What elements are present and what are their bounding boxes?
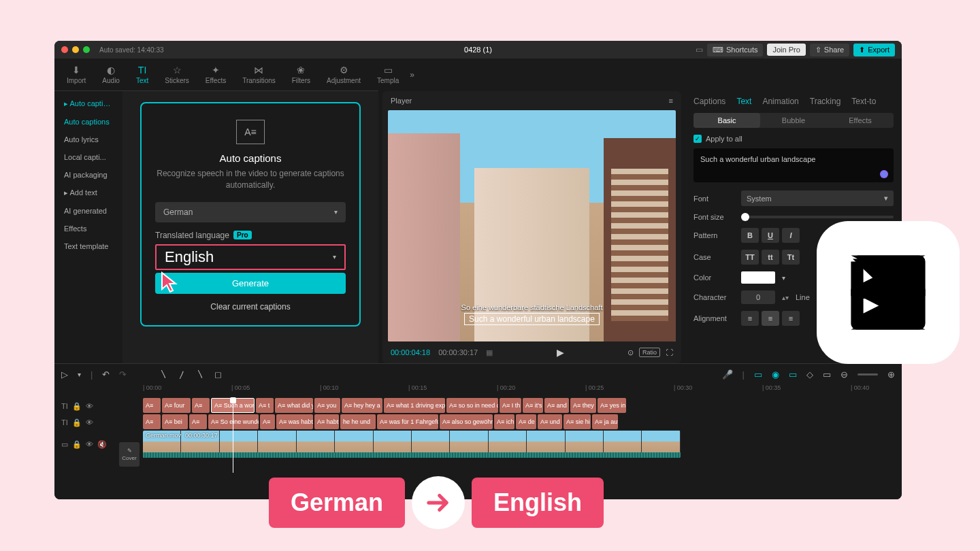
redo-button[interactable]: ↷ (119, 369, 127, 380)
caption-clip[interactable]: A≡ what 1 driving expe (384, 398, 445, 413)
sidebar-item-5[interactable]: AI generated (59, 203, 118, 219)
fullscreen-icon[interactable]: ⛶ (666, 348, 673, 356)
lock-icon[interactable]: 🔒 (72, 440, 82, 449)
bold-button[interactable]: B (741, 228, 759, 243)
layout-icon[interactable]: ▭ (696, 45, 703, 54)
magnet-tool[interactable]: ▭ (754, 369, 762, 380)
subtab-basic[interactable]: Basic (693, 113, 760, 128)
subtab-bubble[interactable]: Bubble (760, 113, 827, 128)
caption-clip[interactable]: A≡ So eine wunderb (208, 414, 259, 429)
caption-clip[interactable]: A≡ four (162, 398, 191, 413)
list-icon[interactable]: ▦ (486, 348, 493, 357)
minimize-icon[interactable] (72, 46, 79, 53)
source-language-select[interactable]: German▾ (155, 202, 346, 222)
tab-audio[interactable]: ◐Audio (97, 62, 125, 87)
caption-clip[interactable]: A≡ so so in need o (446, 398, 498, 413)
lock-icon[interactable]: 🔒 (72, 418, 82, 427)
target-language-select[interactable]: English▾ (155, 244, 346, 270)
caption-clip[interactable]: he he und (340, 414, 376, 429)
caption-clip[interactable]: A≡ (189, 414, 207, 429)
prop-tab-text-to[interactable]: Text-to (851, 97, 876, 106)
tab-stickers[interactable]: ☆Stickers (159, 62, 195, 87)
trim-right-tool[interactable]: 〵 (196, 369, 205, 380)
titlecase-button[interactable]: Tt (782, 250, 800, 265)
pointer-tool[interactable]: ▷ (61, 369, 68, 380)
clear-captions-button[interactable]: Clear current captions (155, 299, 346, 314)
eye-icon[interactable]: 👁 (86, 440, 93, 448)
play-button[interactable]: ▶ (557, 347, 564, 358)
italic-button[interactable]: I (782, 228, 800, 243)
zoom-slider[interactable] (858, 373, 878, 375)
export-button[interactable]: ⬆Export (853, 44, 895, 56)
align-right-button[interactable]: ≡ (782, 311, 800, 326)
video-preview[interactable]: So eine wunderbare städtische Landschaft… (388, 110, 676, 341)
sidebar-item-4[interactable]: ▸ Add text (59, 184, 118, 201)
join-pro-button[interactable]: Join Pro (767, 44, 805, 56)
align-center-button[interactable]: ≡ (762, 311, 779, 326)
uppercase-button[interactable]: TT (741, 250, 759, 265)
caption-clip[interactable]: A≡ it's (523, 398, 543, 413)
align-left-button[interactable]: ≡ (741, 311, 759, 326)
ai-icon[interactable] (880, 170, 888, 178)
link-tool[interactable]: ◉ (772, 369, 779, 380)
generate-button[interactable]: Generate (155, 273, 346, 294)
caption-clip[interactable]: A≡ you (314, 398, 340, 413)
sidebar-item-0[interactable]: Auto captions (59, 114, 118, 130)
caption-clip[interactable]: A≡ was für 1 Fahrgefü (377, 414, 438, 429)
scale-icon[interactable]: ⊙ (627, 348, 634, 357)
caption-clip[interactable]: A≡ was habt (276, 414, 313, 429)
prop-tab-tracking[interactable]: Tracking (810, 97, 841, 106)
timeline-ruler[interactable]: | 00:00| 00:05| 00:10| 00:15| 00:20| 00:… (54, 384, 902, 398)
sidebar-item-3[interactable]: AI packaging (59, 167, 118, 183)
snap-tool[interactable]: ▭ (789, 369, 797, 380)
sidebar-item-7[interactable]: Text template (59, 238, 118, 254)
caption-clip[interactable]: A≡ de (516, 414, 536, 429)
caption-clip[interactable]: A≡ ja auf (592, 414, 618, 429)
caption-clip[interactable]: A≡ (143, 398, 161, 413)
player-menu-icon[interactable]: ≡ (669, 97, 673, 105)
eye-icon[interactable]: 👁 (86, 402, 93, 410)
prop-tab-animation[interactable]: Animation (762, 97, 798, 106)
font-select[interactable]: System▾ (741, 190, 894, 206)
lock-icon[interactable]: 🔒 (72, 402, 82, 411)
caption-clip[interactable]: A≡ und (538, 414, 562, 429)
mic-icon[interactable]: 🎤 (722, 369, 733, 380)
caption-clip[interactable]: A≡ (192, 398, 210, 413)
caption-clip[interactable]: A≡ and (544, 398, 569, 413)
video-track[interactable]: German.mov00:00:30:17 (143, 431, 681, 458)
track-tool[interactable]: ▭ (823, 369, 831, 380)
sidebar-header[interactable]: ▸ Auto captions (59, 95, 118, 112)
subtab-effects[interactable]: Effects (827, 113, 894, 128)
apply-all-checkbox[interactable]: ✓ (693, 135, 702, 143)
caption-clip[interactable]: A≡ yes in (598, 398, 626, 413)
sidebar-item-6[interactable]: Effects (59, 220, 118, 237)
mute-icon[interactable]: 🔇 (97, 440, 107, 449)
prop-tab-captions[interactable]: Captions (693, 97, 725, 106)
split-tool[interactable]: 〵 (159, 369, 168, 380)
undo-button[interactable]: ↶ (102, 369, 110, 380)
close-icon[interactable] (61, 46, 68, 53)
tab-templa[interactable]: ▭Templa (372, 62, 404, 87)
lowercase-button[interactable]: tt (762, 250, 779, 265)
tracks[interactable]: TI🔒👁 TI🔒👁 ▭🔒👁🔇 ✎Cover A≡A≡ fourA≡A≡ Such… (54, 398, 902, 473)
tab-transitions[interactable]: ⋈Transitions (237, 62, 281, 87)
color-picker[interactable] (741, 271, 775, 284)
caption-clip[interactable]: A≡ sie hi (564, 414, 591, 429)
more-tabs-icon[interactable]: » (410, 70, 414, 80)
character-spacing-input[interactable]: 0 (741, 290, 775, 304)
caption-clip[interactable]: A≡ also so gewöhn (440, 414, 493, 429)
fontsize-slider[interactable] (741, 216, 894, 218)
sidebar-item-2[interactable]: Local capti... (59, 149, 118, 165)
caption-clip[interactable]: A≡ they (570, 398, 596, 413)
cover-button[interactable]: ✎Cover (119, 442, 140, 467)
caption-clip[interactable]: A≡ bei (162, 414, 188, 429)
shortcuts-button[interactable]: ⌨Shortcuts (707, 44, 763, 56)
tab-text[interactable]: TIText (131, 62, 154, 87)
underline-button[interactable]: U (762, 228, 779, 243)
tab-adjustment[interactable]: ⚙Adjustment (321, 62, 366, 87)
share-button[interactable]: ⇧Share (810, 44, 849, 56)
caption-clip[interactable]: A≡ (143, 414, 161, 429)
caption-clip[interactable]: A≡ habt (314, 414, 339, 429)
caption-text-input[interactable]: Such a wonderful urban landscape (693, 148, 894, 182)
ratio-button[interactable]: Ratio (639, 348, 660, 357)
